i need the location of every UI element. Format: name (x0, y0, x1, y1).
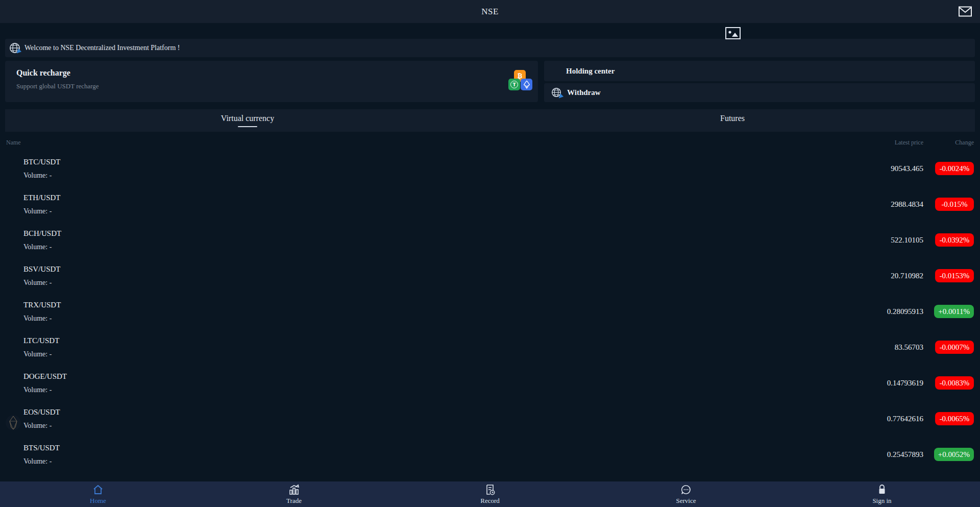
nav-service[interactable]: Service (588, 481, 784, 507)
notice-banner: Welcome to NSE Decentralized Investment … (5, 39, 975, 57)
change-badge[interactable]: -0.0007% (935, 341, 974, 354)
latest-price: 83.56703 (847, 343, 923, 352)
tether-icon: T (508, 79, 520, 90)
tab-label: Futures (720, 114, 745, 123)
market-row-bsv[interactable]: BSV/USDT Volume: - 20.710982 -0.0153% (0, 258, 980, 294)
eos-logo-icon (6, 414, 21, 431)
app-title: NSE (481, 7, 499, 17)
market-list: Name Latest price Change BTC/USDT Volume… (0, 132, 980, 472)
nav-trade[interactable]: Trade (196, 481, 392, 507)
record-icon (484, 484, 496, 496)
notice-text: Welcome to NSE Decentralized Investment … (24, 44, 180, 52)
holding-center-button[interactable]: Holding center (544, 61, 975, 81)
mail-icon[interactable] (959, 6, 972, 17)
change-badge[interactable]: -0.0392% (935, 233, 974, 247)
home-icon (92, 484, 104, 496)
lock-icon (876, 484, 888, 496)
header-name: Name (6, 139, 847, 147)
latest-price: 90543.465 (847, 164, 923, 173)
change-badge[interactable]: -0.0153% (935, 269, 974, 282)
tab-virtual-currency[interactable]: Virtual currency (5, 109, 490, 132)
nav-label: Service (676, 497, 696, 505)
pair-symbol: TRX/USDT (23, 301, 847, 309)
nav-label: Sign in (872, 497, 891, 505)
pair-volume: Volume: - (23, 279, 847, 287)
pair-symbol: EOS/USDT (23, 408, 847, 417)
nav-sign-in[interactable]: Sign in (784, 481, 980, 507)
withdraw-button[interactable]: Withdraw (544, 83, 975, 102)
globe-icon (551, 87, 562, 99)
pair-volume: Volume: - (23, 457, 847, 466)
market-row-eth[interactable]: ETH/USDT Volume: - 2988.4834 -0.015% (0, 186, 980, 222)
nav-record[interactable]: Record (392, 481, 588, 507)
market-row-ltc[interactable]: LTC/USDT Volume: - 83.56703 -0.0007% (0, 329, 980, 365)
nav-label: Trade (286, 497, 302, 505)
latest-price: 2988.4834 (847, 200, 923, 209)
service-icon (680, 484, 692, 496)
change-badge[interactable]: -0.0024% (935, 162, 974, 175)
market-tabs: Virtual currency Futures (5, 109, 975, 132)
trade-icon (288, 484, 300, 496)
change-badge[interactable]: -0.0083% (935, 376, 974, 390)
pair-symbol: BTS/USDT (23, 444, 847, 452)
pair-symbol: BSV/USDT (23, 265, 847, 274)
market-row-doge[interactable]: DOGE/USDT Volume: - 0.14793619 -0.0083% (0, 365, 980, 401)
latest-price: 0.28095913 (847, 307, 923, 316)
change-badge[interactable]: +0.0052% (934, 448, 974, 461)
pair-volume: Volume: - (23, 315, 847, 323)
tab-label: Virtual currency (221, 114, 274, 123)
latest-price: 0.77642616 (847, 415, 923, 423)
pair-volume: Volume: - (23, 386, 847, 394)
quick-recharge-card[interactable]: Quick recharge Support global USDT recha… (5, 61, 538, 102)
latest-price: 0.14793619 (847, 379, 923, 388)
tab-futures[interactable]: Futures (490, 109, 975, 132)
nav-label: Record (480, 497, 500, 505)
ethereum-icon (521, 79, 532, 90)
quick-recharge-subtitle: Support global USDT recharge (16, 82, 538, 90)
pair-symbol: BTC/USDT (23, 158, 847, 166)
coin-cluster: ₿ T (508, 70, 532, 91)
market-row-bts[interactable]: BTS/USDT Volume: - 0.25457893 +0.0052% (0, 437, 980, 472)
active-tab-underline (238, 126, 257, 127)
table-header: Name Latest price Change (0, 132, 980, 151)
holding-center-label: Holding center (566, 67, 615, 76)
withdraw-label: Withdraw (567, 88, 601, 97)
header-latest-price: Latest price (847, 139, 923, 147)
market-row-bch[interactable]: BCH/USDT Volume: - 522.10105 -0.0392% (0, 222, 980, 258)
pair-symbol: DOGE/USDT (23, 372, 847, 381)
market-row-eos[interactable]: EOS/USDT Volume: - 0.77642616 -0.0065% (0, 401, 980, 437)
pair-symbol: BCH/USDT (23, 229, 847, 238)
latest-price: 522.10105 (847, 236, 923, 245)
nav-label: Home (90, 497, 106, 505)
actions-column: Holding center Withdraw (544, 61, 975, 102)
top-bar: NSE (0, 0, 980, 23)
pair-volume: Volume: - (23, 243, 847, 251)
change-badge[interactable]: -0.015% (935, 198, 974, 211)
quick-recharge-title: Quick recharge (16, 68, 538, 78)
latest-price: 20.710982 (847, 272, 923, 280)
cards-row: Quick recharge Support global USDT recha… (5, 61, 975, 102)
pair-volume: Volume: - (23, 422, 847, 430)
change-badge[interactable]: +0.0011% (934, 305, 974, 318)
pair-volume: Volume: - (23, 207, 847, 215)
broken-image-icon (725, 27, 741, 39)
bottom-nav: Home Trade Record (0, 481, 980, 507)
market-row-trx[interactable]: TRX/USDT Volume: - 0.28095913 +0.0011% (0, 294, 980, 329)
globe-icon (9, 42, 20, 54)
pair-symbol: ETH/USDT (23, 194, 847, 202)
change-badge[interactable]: -0.0065% (935, 412, 974, 425)
pair-volume: Volume: - (23, 172, 847, 180)
pair-volume: Volume: - (23, 350, 847, 358)
header-change: Change (928, 139, 974, 147)
nav-home[interactable]: Home (0, 481, 196, 507)
pair-symbol: LTC/USDT (23, 336, 847, 345)
latest-price: 0.25457893 (847, 450, 923, 459)
market-row-btc[interactable]: BTC/USDT Volume: - 90543.465 -0.0024% (0, 151, 980, 186)
